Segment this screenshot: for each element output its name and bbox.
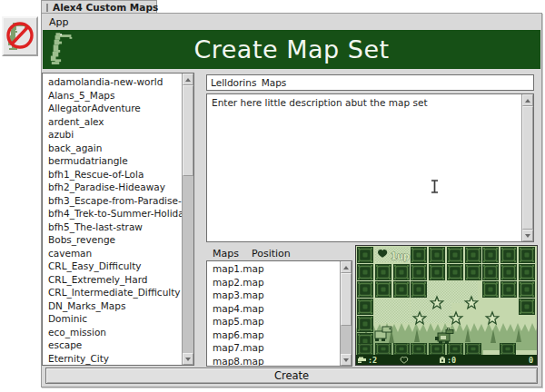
map-set-item[interactable]: caveman — [43, 247, 182, 260]
map-set-item[interactable]: Dominic — [43, 312, 182, 326]
map-set-name-input[interactable] — [206, 74, 534, 91]
description-input[interactable]: Enter here little description abut the m… — [207, 94, 521, 241]
window-title: Alex4 Custom Maps — [53, 2, 158, 13]
blocked-alligator-icon — [5, 19, 35, 54]
map-set-item[interactable]: bfh4_Trek-to-Summer-Holiday-camp — [43, 207, 182, 220]
map-set-item[interactable]: escape — [43, 338, 182, 352]
map-set-scrollbar[interactable] — [182, 74, 193, 365]
map-set-item[interactable]: bfh2_Paradise-Hideaway — [43, 181, 182, 194]
map-set-item[interactable]: Bobs_revenge — [43, 233, 182, 247]
scroll-down-icon[interactable] — [183, 353, 193, 365]
map-file-item[interactable]: map6.map — [207, 328, 341, 342]
header-banner: Create Map Set — [43, 30, 540, 69]
map-set-item[interactable]: CRL_Easy_Difficulty — [43, 260, 182, 273]
alligator-sprite-icon — [49, 33, 76, 67]
desktop: Alex4 Custom Maps App Create Map Set — [0, 0, 545, 392]
maps-file-listbox: map1.mapmap2.mapmap3.mapmap4.mapmap5.map… — [206, 260, 352, 367]
map-set-item[interactable]: bfh1_Rescue-of-Lola — [43, 168, 182, 181]
hud-1up-label: 1up — [391, 251, 410, 261]
menu-app[interactable]: App — [43, 15, 75, 29]
map-set-item[interactable]: adamolandia-new-world — [43, 75, 182, 89]
hud-lives-count: :2 — [368, 356, 377, 365]
map-file-item[interactable]: map2.map — [207, 276, 341, 289]
map-set-item[interactable]: CRL_Intermediate_Difficulty — [43, 286, 182, 299]
scroll-up-icon[interactable] — [341, 261, 352, 273]
map-preview-image: 1up — [355, 245, 538, 366]
maps-menu-bar: Maps Position — [206, 246, 352, 260]
ibeam-cursor-icon — [430, 179, 440, 194]
map-set-item[interactable]: AllegatorAdventure — [43, 102, 182, 115]
map-file-item[interactable]: map3.map — [207, 289, 341, 302]
alex4-desktop-icon[interactable] — [2, 16, 38, 56]
description-scrollbar[interactable] — [521, 94, 533, 241]
window-tab[interactable]: Alex4 Custom Maps — [41, 0, 157, 14]
window-square-icon — [46, 4, 48, 12]
create-button[interactable]: Create — [45, 368, 538, 384]
map-file-item[interactable]: map4.map — [207, 302, 341, 316]
page-title: Create Map Set — [43, 35, 540, 64]
create-button-label: Create — [274, 369, 309, 382]
map-set-item[interactable]: DN_Marks_Maps — [43, 299, 182, 313]
menu-maps[interactable]: Maps — [206, 247, 245, 260]
map-set-item[interactable]: back_again — [43, 142, 182, 155]
map-set-item[interactable]: bfh3_Escape-from-Paradise-Hideaway — [43, 194, 182, 208]
maps-file-items: map1.mapmap2.mapmap3.mapmap4.mapmap5.map… — [207, 262, 341, 366]
map-file-item[interactable]: map7.map — [207, 341, 341, 355]
game-screenshot: 1up — [356, 246, 537, 365]
map-set-item[interactable]: azubi — [43, 128, 182, 142]
menu-bar: App — [43, 15, 540, 30]
scroll-up-icon[interactable] — [183, 74, 193, 85]
map-set-item[interactable]: Eternity_City — [43, 352, 182, 366]
menu-position[interactable]: Position — [245, 247, 297, 260]
map-set-item[interactable]: ardent_alex — [43, 115, 182, 129]
map-set-items: adamolandia-new-worldAlans_5_MapsAllegat… — [43, 75, 182, 365]
map-file-item[interactable]: map8.map — [207, 355, 341, 367]
description-box: Enter here little description abut the m… — [206, 93, 534, 242]
map-set-listbox: adamolandia-new-worldAlans_5_MapsAllegat… — [42, 73, 194, 366]
map-file-item[interactable]: map5.map — [207, 315, 341, 328]
scrollbar-thumb[interactable] — [341, 273, 352, 326]
hud-bag-count: :0 — [447, 356, 456, 365]
hud-score: 0 — [529, 356, 533, 365]
map-set-item[interactable]: CRL_Extremely_Hard — [43, 273, 182, 287]
map-file-item[interactable]: map1.map — [207, 262, 341, 276]
scroll-down-icon[interactable] — [522, 230, 533, 241]
scroll-up-icon[interactable] — [522, 94, 533, 106]
map-set-item[interactable]: eco_mission — [43, 326, 182, 339]
scroll-down-icon[interactable] — [341, 354, 352, 366]
map-set-item[interactable]: bermudatriangle — [43, 154, 182, 168]
scrollbar-thumb[interactable] — [522, 106, 533, 230]
app-window: Alex4 Custom Maps App Create Map Set — [41, 0, 542, 387]
scrollbar-thumb[interactable] — [183, 85, 193, 176]
map-set-item[interactable]: bfh5_The-last-straw — [43, 220, 182, 234]
map-set-item[interactable]: Alans_5_Maps — [43, 89, 182, 103]
maps-scrollbar[interactable] — [340, 261, 352, 366]
